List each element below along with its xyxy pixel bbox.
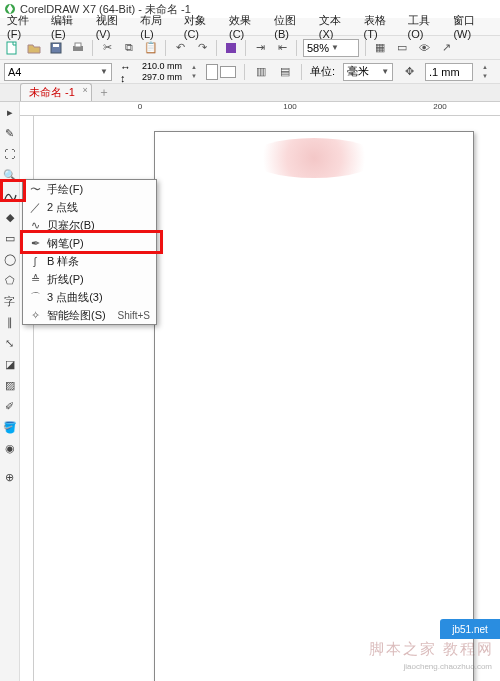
menu-effects[interactable]: 效果(C) — [226, 12, 269, 41]
height-icon: ↕ — [120, 72, 130, 82]
flyout-threecurve[interactable]: ⌒3 点曲线(3) — [23, 288, 156, 306]
crop-tool[interactable]: ⛶ — [2, 146, 18, 162]
nudge-value: .1 mm — [429, 66, 460, 78]
svg-rect-1 — [7, 42, 16, 54]
view-button[interactable]: 👁 — [416, 40, 432, 56]
ruler-tick: 200 — [433, 102, 446, 111]
dropshadow-tool[interactable]: ◪ — [2, 356, 18, 372]
eyedropper-tool[interactable]: ✐ — [2, 398, 18, 414]
zoom-tool[interactable]: 🔍 — [2, 167, 18, 183]
launch-button[interactable]: ↗ — [438, 40, 454, 56]
rectangle-tool[interactable]: ▭ — [2, 230, 18, 246]
page-dimensions: ↔210.0 mm ↕297.0 mm — [120, 61, 182, 82]
search-button[interactable] — [223, 40, 239, 56]
polyline-icon: ≙ — [29, 273, 41, 285]
outline-tool[interactable]: ◉ — [2, 440, 18, 456]
menu-text[interactable]: 文本(X) — [316, 12, 359, 41]
freehand-tool[interactable] — [2, 188, 18, 204]
bspline-icon: ∫ — [29, 255, 41, 267]
expand-toolbox[interactable]: ⊕ — [2, 469, 18, 485]
chevron-down-icon: ▼ — [100, 67, 108, 76]
watermark-main: 脚本之家 教程网 — [369, 640, 494, 659]
units-combo[interactable]: 毫米▼ — [343, 63, 393, 81]
save-button[interactable] — [48, 40, 64, 56]
property-bar: A4▼ ↔210.0 mm ↕297.0 mm ▲▼ ▥ ▤ 单位: 毫米▼ ✥… — [0, 60, 500, 84]
document-tab[interactable]: 未命名 -1 × — [20, 83, 92, 101]
text-tool[interactable]: 字 — [2, 293, 18, 309]
badge-watermark: jb51.net — [440, 619, 500, 639]
shortcut-label: Shift+S — [117, 310, 150, 321]
add-tab-button[interactable]: ＋ — [98, 84, 110, 101]
units-label: 单位: — [310, 64, 335, 79]
svg-rect-5 — [75, 43, 81, 47]
flyout-bspline[interactable]: ∫B 样条 — [23, 252, 156, 270]
page-height[interactable]: 297.0 mm — [132, 73, 182, 82]
twopoint-icon: ／ — [29, 201, 41, 213]
shape-tool[interactable]: ✎ — [2, 125, 18, 141]
copy-button[interactable]: ⧉ — [121, 40, 137, 56]
export-button[interactable]: ⇤ — [274, 40, 290, 56]
flyout-pen[interactable]: ✒钢笔(P) — [23, 234, 156, 252]
transparency-tool[interactable]: ▨ — [2, 377, 18, 393]
artwork-ellipse[interactable] — [249, 138, 379, 178]
landscape-icon[interactable] — [220, 66, 236, 78]
menu-layout[interactable]: 布局(L) — [137, 12, 178, 41]
menu-bitmap[interactable]: 位图(B) — [271, 12, 314, 41]
parallel-tool[interactable]: ∥ — [2, 314, 18, 330]
print-button[interactable] — [70, 40, 86, 56]
new-button[interactable] — [4, 40, 20, 56]
menu-file[interactable]: 文件(F) — [4, 12, 46, 41]
menu-tools[interactable]: 工具(O) — [405, 12, 449, 41]
page-width[interactable]: 210.0 mm — [132, 62, 182, 71]
curve-tools-flyout: 〜手绘(F) ／2 点线 ∿贝塞尔(B) ✒钢笔(P) ∫B 样条 ≙折线(P)… — [22, 179, 157, 325]
watermark-sub: jiaocheng.chaozhuo.com — [403, 662, 492, 671]
menu-table[interactable]: 表格(T) — [361, 12, 403, 41]
nudge-stepper[interactable]: ▲▼ — [481, 63, 489, 81]
flyout-smart[interactable]: ✧智能绘图(S)Shift+S — [23, 306, 156, 324]
polygon-tool[interactable]: ⬠ — [2, 272, 18, 288]
undo-button[interactable]: ↶ — [172, 40, 188, 56]
freehand-icon: 〜 — [29, 183, 41, 195]
cut-button[interactable]: ✂ — [99, 40, 115, 56]
snap-button[interactable]: ▦ — [372, 40, 388, 56]
paste-button[interactable]: 📋 — [143, 40, 159, 56]
page-current-icon[interactable]: ▤ — [277, 64, 293, 80]
flyout-twopoint[interactable]: ／2 点线 — [23, 198, 156, 216]
pagesize-value: A4 — [8, 66, 21, 78]
ruler-horizontal[interactable]: 0 100 200 — [20, 102, 500, 116]
import-button[interactable]: ⇥ — [252, 40, 268, 56]
document-tabs: 未命名 -1 × ＋ — [0, 84, 500, 102]
connector-tool[interactable]: ⤡ — [2, 335, 18, 351]
zoom-combo[interactable]: 58%▼ — [303, 39, 359, 57]
portrait-icon[interactable] — [206, 64, 218, 80]
flyout-polyline[interactable]: ≙折线(P) — [23, 270, 156, 288]
pagesize-combo[interactable]: A4▼ — [4, 63, 112, 81]
menu-edit[interactable]: 编辑(E) — [48, 12, 91, 41]
width-icon: ↔ — [120, 61, 130, 71]
flyout-freehand[interactable]: 〜手绘(F) — [23, 180, 156, 198]
units-value: 毫米 — [347, 64, 369, 79]
smartfill-tool[interactable]: ◆ — [2, 209, 18, 225]
ruler-tick: 100 — [283, 102, 296, 111]
svg-rect-3 — [53, 44, 59, 47]
page[interactable] — [154, 131, 474, 681]
nudge-field[interactable]: .1 mm — [425, 63, 473, 81]
redo-button[interactable]: ↷ — [194, 40, 210, 56]
menu-view[interactable]: 视图(V) — [93, 12, 136, 41]
fill-tool[interactable]: 🪣 — [2, 419, 18, 435]
close-icon[interactable]: × — [83, 85, 88, 95]
dim-stepper[interactable]: ▲▼ — [190, 63, 198, 81]
ellipse-tool[interactable]: ◯ — [2, 251, 18, 267]
open-button[interactable] — [26, 40, 42, 56]
flyout-bezier[interactable]: ∿贝塞尔(B) — [23, 216, 156, 234]
pick-tool[interactable]: ▸ — [2, 104, 18, 120]
menu-object[interactable]: 对象(C) — [181, 12, 224, 41]
svg-rect-6 — [226, 43, 236, 53]
nudge-icon: ✥ — [401, 64, 417, 80]
menu-bar[interactable]: 文件(F) 编辑(E) 视图(V) 布局(L) 对象(C) 效果(C) 位图(B… — [0, 18, 500, 36]
options-button[interactable]: ▭ — [394, 40, 410, 56]
page-all-icon[interactable]: ▥ — [253, 64, 269, 80]
menu-window[interactable]: 窗口(W) — [450, 12, 496, 41]
orientation-toggle[interactable] — [206, 64, 236, 80]
pen-icon: ✒ — [29, 237, 41, 249]
